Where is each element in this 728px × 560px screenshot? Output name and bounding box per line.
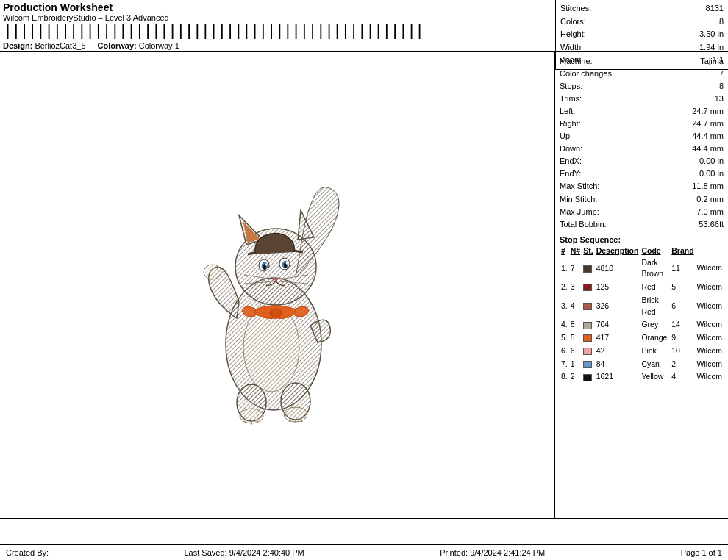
row-num: 6. [560,345,569,358]
row-brand: Wilcom [696,281,724,294]
max-stitch-value: 11.8 mm [692,180,724,193]
row-st: 84 [595,358,640,371]
row-n: 3 [569,281,582,294]
down-value: 44.4 mm [692,143,724,155]
row-desc: Red [640,281,670,294]
row-brand: Wilcom [696,345,724,358]
right-label: Right: [560,118,581,130]
row-swatch [582,294,594,319]
row-st: 4810 [595,256,640,281]
created-by: Created By: [6,548,49,557]
row-n: 7 [569,256,582,281]
stitches-value: 8131 [706,2,724,15]
zoom-label: Zoom: [560,54,583,67]
row-num: 7. [560,358,569,371]
design-label: Design: [3,41,32,50]
row-desc: Pink [640,345,670,358]
col-num: # [560,245,569,256]
height-value: 3.50 in [699,28,724,41]
col-code: Code [640,245,670,256]
zoom-value: 1:1 [713,54,724,67]
top-stats-panel: Stitches: 8131 Colors: 8 Height: 3.50 in… [555,0,728,70]
down-label: Down: [560,143,582,155]
main-content: Machine: Tajima Color changes: 7 Stops: … [0,52,728,519]
row-brand: Wilcom [696,370,724,384]
trims-label: Trims: [560,93,582,105]
stops-label: Stops: [560,80,582,93]
row-st: 326 [595,294,640,319]
height-label: Height: [560,28,586,41]
row-n: 8 [569,318,582,331]
max-jump-label: Max Jump: [560,206,599,218]
min-stitch-label: Min Stitch: [560,193,597,206]
row-num: 3. [560,294,569,319]
row-brand: Wilcom [696,318,724,331]
colorway-value: Colorway 1 [139,41,179,50]
left-label: Left: [560,105,575,118]
max-jump-value: 7.0 mm [696,206,724,218]
row-code: 11 [670,256,695,281]
machine-specs: Machine: Tajima Color changes: 7 Stops: … [560,55,724,231]
stop-sequence-title: Stop Sequence: [560,235,724,244]
endx-value: 0.00 in [699,155,724,168]
row-code: 9 [670,331,695,345]
table-row: 3. 4 326 Brick Red 6 Wilcom [560,294,724,319]
table-row: 6. 6 42 Pink 10 Wilcom [560,345,724,358]
last-saved: Last Saved: 9/4/2024 2:40:40 PM [184,548,304,557]
row-num: 5. [560,331,569,345]
endy-label: EndY: [560,168,581,180]
row-desc: Cyan [640,358,670,371]
stop-sequence-section: Stop Sequence: # N# St. Description Code… [560,235,724,384]
row-brand: Wilcom [696,294,724,319]
col-desc: Description [595,245,640,256]
specs-panel: Machine: Tajima Color changes: 7 Stops: … [555,52,728,518]
svg-point-16 [286,262,288,265]
stop-sequence-table: # N# St. Description Code Brand 1. 7 481… [560,245,724,384]
row-st: 417 [595,331,640,345]
colors-label: Colors: [560,15,586,29]
endx-label: EndX: [560,155,582,168]
row-st: 42 [595,345,640,358]
max-stitch-label: Max Stitch: [560,180,599,193]
row-code: 14 [670,318,695,331]
trims-value: 13 [715,93,724,105]
row-num: 8. [560,370,569,384]
table-row: 8. 2 1621 Yellow 4 Wilcom [560,370,724,384]
col-n: N# [569,245,582,256]
row-desc: Yellow [640,370,670,384]
table-row: 2. 3 125 Red 5 Wilcom [560,281,724,294]
row-brand: Wilcom [696,358,724,371]
page-footer: Created By: Last Saved: 9/4/2024 2:40:40… [0,544,728,560]
table-row: 4. 8 704 Grey 14 Wilcom [560,318,724,331]
row-n: 2 [569,370,582,384]
row-brand: Wilcom [696,256,724,281]
row-swatch [582,370,594,384]
row-num: 4. [560,318,569,331]
printed: Printed: 9/4/2024 2:41:24 PM [440,548,545,557]
table-row: 1. 7 4810 Dark Brown 11 Wilcom [560,256,724,281]
row-swatch [582,281,594,294]
total-bobbin-value: 53.66ft [699,218,724,231]
row-n: 4 [569,294,582,319]
col-st: St. [582,245,594,256]
total-bobbin-label: Total Bobbin: [560,218,607,231]
row-st: 704 [595,318,640,331]
page-number: Page 1 of 1 [681,548,722,557]
row-swatch [582,318,594,331]
row-n: 1 [569,358,582,371]
row-st: 125 [595,281,640,294]
row-swatch [582,358,594,371]
row-brand: Wilcom [696,331,724,345]
up-label: Up: [560,130,572,143]
stops-value: 8 [719,80,724,93]
col-brand: Brand [670,245,695,256]
row-n: 5 [569,331,582,345]
svg-point-27 [204,265,221,279]
colors-value: 8 [719,15,724,29]
row-n: 6 [569,345,582,358]
row-code: 10 [670,345,695,358]
preview-panel [0,52,555,518]
row-desc: Brick Red [640,294,670,319]
row-code: 2 [670,358,695,371]
cat-embroidery [160,131,395,439]
